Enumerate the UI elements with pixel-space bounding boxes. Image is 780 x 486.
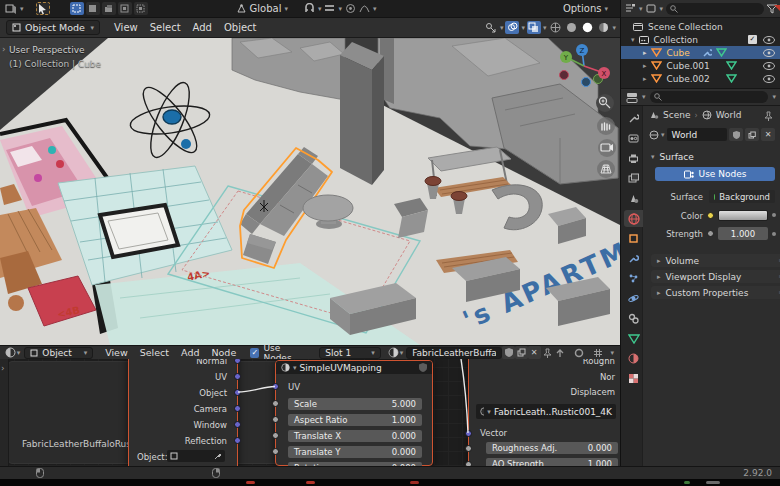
viewport-sidebar-toggle[interactable]: › [2, 44, 6, 54]
group-shield-icon[interactable] [419, 363, 427, 372]
tab-view-layer-icon[interactable] [624, 170, 643, 187]
socket-vector[interactable] [465, 430, 472, 437]
breadcrumb-scene[interactable]: Scene [663, 110, 690, 120]
properties-editor-icon[interactable] [626, 92, 638, 103]
axis-x-neg[interactable] [560, 71, 569, 80]
snap-node-icon[interactable] [572, 346, 586, 359]
go-parent-node-icon[interactable] [553, 346, 567, 359]
shader-type-dropdown[interactable]: Object ▾ [24, 347, 93, 359]
transform-orientation[interactable]: Global [250, 3, 282, 14]
socket-uv-input[interactable] [272, 383, 279, 390]
socket-roughness-adj[interactable] [465, 445, 472, 452]
strength-slider[interactable]: 1.000 [718, 227, 768, 240]
material-name-field[interactable]: FabricLeatherBuffa... [406, 347, 502, 359]
select-mode-box-icon[interactable] [86, 2, 100, 15]
tab-scene-icon[interactable] [624, 190, 643, 207]
falloff-icon[interactable] [359, 4, 370, 13]
socket-window[interactable] [234, 421, 241, 428]
cube002-eye-icon[interactable] [763, 75, 775, 83]
orientation-caret[interactable]: ▾ [284, 5, 288, 13]
select-mode-circle-icon[interactable] [102, 2, 116, 15]
chimney-pillar[interactable] [340, 42, 384, 185]
world-datablock-caret[interactable]: ▾ [661, 131, 665, 139]
shader-editor-type-caret[interactable]: ▾ [17, 349, 21, 357]
snap-caret[interactable]: ▾ [318, 5, 322, 13]
unlink-material-icon[interactable]: ✕ [528, 346, 541, 359]
image-texture-name-field[interactable]: ▾ FabricLeath..Rustic001_4K [476, 404, 616, 419]
breadcrumb-world[interactable]: World [716, 110, 742, 120]
collection-checkbox[interactable]: ✓ [748, 35, 757, 44]
material-caret[interactable]: ▾ [400, 349, 404, 357]
shader-menu-node[interactable]: Node [205, 345, 242, 360]
falloff-caret[interactable]: ▾ [373, 5, 377, 13]
field-ao-strength[interactable]: AO Strength1.000 [486, 458, 618, 466]
tab-object-icon[interactable] [624, 230, 643, 247]
tab-physics-icon[interactable] [624, 290, 643, 307]
socket-camera[interactable] [234, 405, 241, 412]
zoom-button[interactable] [596, 94, 614, 112]
breadcrumb-pin-icon[interactable] [764, 111, 773, 121]
field-roughness-adj[interactable]: Roughness Adj.0.000 [486, 442, 618, 454]
tab-render-icon[interactable] [624, 130, 643, 147]
select-mode-extra-icon[interactable] [134, 2, 148, 15]
menu-object[interactable]: Object [218, 20, 263, 35]
camera-view-button[interactable] [598, 139, 616, 157]
surface-shader-dropdown[interactable]: Background [709, 190, 775, 203]
texture-coordinate-node[interactable]: Normal UV Object Camera Window Reflectio… [128, 359, 238, 466]
socket-uv[interactable] [234, 373, 241, 380]
shader-editor-type-icon[interactable] [4, 346, 17, 359]
socket-ty[interactable] [272, 448, 279, 455]
select-mode-tweak-icon[interactable] [70, 2, 84, 15]
cube001-expand-arrow[interactable]: ▸ [643, 62, 647, 70]
tab-output-icon[interactable] [624, 150, 643, 167]
use-nodes-button[interactable]: Use Nodes [655, 167, 775, 181]
tab-texture-icon[interactable] [624, 370, 643, 387]
world-copy-icon[interactable] [745, 128, 759, 141]
shading-wireframe-icon[interactable] [548, 21, 562, 34]
active-tool-cursor-icon[interactable] [36, 2, 50, 15]
shading-caret[interactable]: ▾ [612, 24, 616, 32]
node-sidebar-toggle[interactable]: › [1, 363, 5, 373]
outliner-filter-caret[interactable]: ▾ [660, 5, 664, 13]
field-aspect-ratio[interactable]: Aspect Ratio1.000 [288, 414, 422, 426]
grid-persp-button[interactable] [597, 160, 615, 178]
properties-editor-caret[interactable]: ▾ [642, 93, 646, 101]
show-gizmo-icon[interactable] [484, 21, 498, 34]
select-mode-lasso-icon[interactable] [118, 2, 132, 15]
surface-panel-header[interactable]: ▾ Surface [651, 152, 694, 162]
world-name-field[interactable]: World [667, 128, 727, 141]
tab-particles-icon[interactable] [624, 270, 643, 287]
shader-menu-select[interactable]: Select [134, 345, 175, 360]
axis-z-neg[interactable] [582, 78, 591, 87]
socket-reflection[interactable] [234, 437, 241, 444]
pin-icon[interactable] [541, 346, 554, 359]
panel-viewport-display[interactable]: ▸ Viewport Display ≡ [651, 270, 780, 283]
outliner-item-cube[interactable]: ▸ Cube [621, 46, 780, 59]
panel-custom-properties[interactable]: ▸ Custom Properties ≡ [651, 286, 780, 299]
outliner-filter-collection-icon[interactable] [646, 3, 657, 14]
socket-object[interactable] [234, 389, 241, 396]
pan-hand-button[interactable] [597, 117, 615, 135]
editor-type-caret[interactable]: ▾ [20, 5, 24, 13]
shader-node-editor[interactable]: FabricLeatherBuffaloRustic001_4K › Norma… [0, 359, 620, 466]
field-translate-x[interactable]: Translate X0.000 [288, 430, 422, 442]
panel-volume[interactable]: ▸ Volume ≡ [651, 254, 780, 267]
uv-mapping-node-header[interactable]: ▾ SimpleUVMapping [276, 361, 432, 374]
new-material-copy-icon[interactable] [515, 346, 528, 359]
tab-constraints-icon[interactable] [624, 310, 643, 327]
menu-view[interactable]: View [108, 20, 144, 35]
snap-increment-icon[interactable] [324, 4, 335, 13]
properties-search-input[interactable] [650, 91, 769, 103]
socket-tx[interactable] [272, 432, 279, 439]
fake-user-shield-icon[interactable] [502, 346, 515, 359]
world-datablock-icon[interactable] [649, 130, 659, 140]
cube002-expand-arrow[interactable]: ▸ [643, 75, 647, 83]
tab-object-data-icon[interactable] [624, 330, 643, 347]
cube-eye-icon[interactable] [763, 49, 775, 57]
outliner-item-cube002[interactable]: ▸ Cube.002 [621, 72, 780, 85]
mode-dropdown[interactable]: Object Mode ▾ [6, 20, 100, 35]
collection-expand-arrow[interactable]: ▾ [631, 36, 635, 44]
world-unlink-icon[interactable]: ✕ [761, 128, 775, 141]
editor-type-icon[interactable] [4, 2, 18, 15]
show-overlays-icon[interactable] [505, 21, 519, 34]
